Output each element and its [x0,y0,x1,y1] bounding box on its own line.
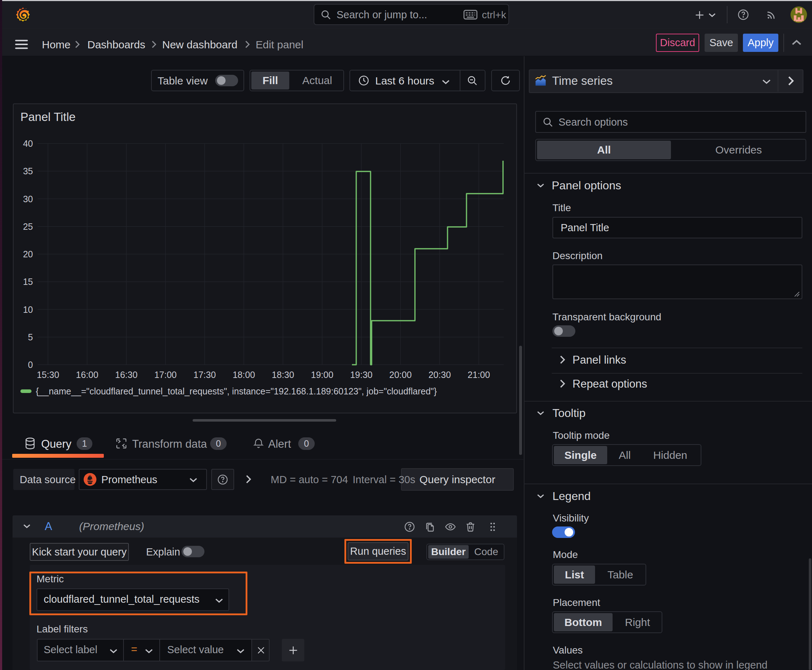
svg-text:17:30: 17:30 [193,370,216,380]
svg-text:35: 35 [23,166,33,176]
svg-text:15:30: 15:30 [37,370,59,380]
svg-text:15: 15 [23,277,33,287]
svg-text:20:30: 20:30 [429,370,451,380]
svg-text:21:00: 21:00 [468,370,490,380]
svg-text:{__name__="cloudflared_tunnel_: {__name__="cloudflared_tunnel_total_requ… [36,386,437,396]
svg-text:17:00: 17:00 [154,370,177,380]
svg-text:0: 0 [28,360,33,370]
svg-text:19:00: 19:00 [311,370,334,380]
svg-text:16:30: 16:30 [115,370,138,380]
svg-text:10: 10 [23,305,33,315]
svg-text:18:30: 18:30 [272,370,294,380]
svg-text:5: 5 [28,332,33,342]
svg-text:40: 40 [23,139,33,149]
svg-text:30: 30 [23,194,33,204]
svg-text:20: 20 [23,249,33,259]
svg-text:18:00: 18:00 [233,370,255,380]
svg-text:25: 25 [23,222,33,232]
svg-text:20:00: 20:00 [389,370,412,380]
svg-text:16:00: 16:00 [76,370,98,380]
svg-text:19:30: 19:30 [350,370,373,380]
